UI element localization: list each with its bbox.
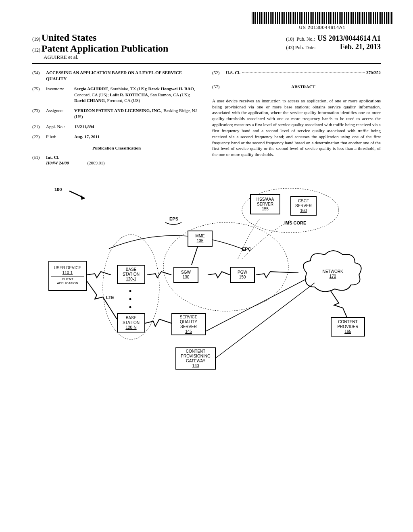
inventor-name-2: Derek Hongwei H. BAO xyxy=(148,86,194,91)
doc-type: Patent Application Publication xyxy=(42,43,169,54)
field-abstract-heading: (57) ABSTRACT xyxy=(212,84,381,94)
pub-no-label: Pub. No.: xyxy=(296,36,315,42)
int-cl-value: Int. Cl. H04W 24/00 (2009.01) xyxy=(46,154,201,166)
code-10: (10) xyxy=(286,36,294,42)
box-hss: HSS/AAA SERVER 155 xyxy=(250,194,280,214)
code-12: (12) xyxy=(32,47,40,53)
header-left: (19) United States (12) Patent Applicati… xyxy=(32,32,168,60)
code-52: (52) xyxy=(212,70,226,76)
code-43: (43) xyxy=(286,45,294,50)
left-column: (54) ACCESSING AN APPLICATION BASED ON A… xyxy=(32,70,201,170)
header-rule xyxy=(32,63,381,64)
box-mme: MME 135 xyxy=(188,231,213,247)
inventors-value: Sergio AGUIRRE, Southlake, TX (US); Dere… xyxy=(74,86,201,104)
svg-point-7 xyxy=(129,290,131,292)
filed-value: Aug. 17, 2011 xyxy=(74,134,201,140)
patent-page: US 20130044614A1 (19) United States (12)… xyxy=(0,0,413,532)
inventor-name-1: Sergio AGUIRRE xyxy=(74,86,108,91)
box-content-provider: CONTENT PROVIDER 165 xyxy=(331,317,365,337)
pub-no-value: US 2013/0044614 A1 xyxy=(317,34,381,43)
box-sgw: SGW 130 xyxy=(173,267,198,283)
country: United States xyxy=(42,32,97,43)
barcode-text: US 20130044614A1 xyxy=(252,25,393,30)
label-lte: LTE xyxy=(106,295,114,300)
header-block: (19) United States (12) Patent Applicati… xyxy=(32,32,381,60)
dotted-leader xyxy=(242,73,365,73)
appl-no-value: 13/211,894 xyxy=(74,124,201,130)
assignee-name: VERIZON PATENT AND LICENSING, INC. xyxy=(74,108,161,113)
barcode-block: US 20130044614A1 xyxy=(32,12,393,30)
figure-ref-100: 100 xyxy=(54,187,62,192)
assignee-label: Assignee: xyxy=(46,108,74,120)
figure-1: 100 EPS LTE EPC IMS CORE USER DEVICE 110… xyxy=(32,182,381,396)
field-assignee: (73) Assignee: VERIZON PATENT AND LICENS… xyxy=(32,108,201,120)
box-network: NETWORK 170 xyxy=(317,266,349,282)
svg-point-9 xyxy=(129,306,131,308)
box-cpg: CONTENT PROVISIONING GATEWAY 140 xyxy=(175,347,216,370)
code-21: (21) xyxy=(32,124,46,130)
pub-class-heading: Publication Classification xyxy=(32,145,201,150)
field-appl-no: (21) Appl. No.: 13/211,894 xyxy=(32,124,201,130)
box-sqs: SERVICE QUALITY SERVER 145 xyxy=(171,313,206,335)
code-19: (19) xyxy=(32,36,40,42)
int-cl-label: Int. Cl. xyxy=(46,155,59,160)
field-inventors: (75) Inventors: Sergio AGUIRRE, Southlak… xyxy=(32,86,201,104)
field-int-cl: (51) Int. Cl. H04W 24/00 (2009.01) xyxy=(32,154,201,166)
field-filed: (22) Filed: Aug. 17, 2011 xyxy=(32,134,201,140)
label-epc: EPC xyxy=(242,247,251,251)
inventor-name-4: David CHIANG xyxy=(74,98,105,103)
header-right: (10) Pub. No.: US 2013/0044614 A1 (43) P… xyxy=(286,34,381,51)
assignee-value: VERIZON PATENT AND LICENSING, INC., Bask… xyxy=(74,108,201,120)
us-cl-label: U.S. Cl. xyxy=(226,70,240,76)
box-client-app: CLIENT APPLICATION xyxy=(51,276,84,286)
field-us-cl: (52) U.S. Cl. 370/252 xyxy=(212,70,381,76)
int-cl-class: H04W 24/00 xyxy=(46,160,69,165)
svg-line-6 xyxy=(214,283,315,360)
label-eps: EPS xyxy=(169,216,178,221)
box-user-device: USER DEVICE 110-1 CLIENT APPLICATION xyxy=(48,261,87,291)
code-54: (54) xyxy=(32,70,46,82)
biblio-columns: (54) ACCESSING AN APPLICATION BASED ON A… xyxy=(32,70,381,170)
authors-line: AGUIRRE et al. xyxy=(32,54,168,60)
code-22: (22) xyxy=(32,134,46,140)
code-75: (75) xyxy=(32,86,46,104)
pub-date-label: Pub. Date: xyxy=(295,45,316,50)
inventor-name-3: Lalit R. KOTECHA xyxy=(110,92,148,97)
label-ims: IMS CORE xyxy=(284,220,306,225)
svg-line-4 xyxy=(192,247,198,265)
field-title: (54) ACCESSING AN APPLICATION BASED ON A… xyxy=(32,70,201,82)
abstract-label: ABSTRACT xyxy=(226,84,381,90)
filed-label: Filed: xyxy=(46,134,74,140)
box-base-station-1: BASE STATION 120-1 xyxy=(117,265,145,284)
box-pgw: PGW 150 xyxy=(230,267,255,283)
appl-no-label: Appl. No.: xyxy=(46,124,74,130)
code-51: (51) xyxy=(32,154,46,166)
box-base-station-n: BASE STATION 120-N xyxy=(117,313,145,332)
code-73: (73) xyxy=(32,108,46,120)
pub-date-value: Feb. 21, 2013 xyxy=(340,43,381,51)
barcode-graphic xyxy=(252,12,393,24)
inventors-label: Inventors: xyxy=(46,86,74,104)
svg-line-5 xyxy=(206,279,307,331)
svg-point-8 xyxy=(129,298,131,300)
int-cl-edition: (2009.01) xyxy=(87,160,104,165)
abstract-text: A user device receives an instruction to… xyxy=(212,98,381,158)
box-cscf: CSCF SERVER 160 xyxy=(290,196,317,216)
us-cl-value: 370/252 xyxy=(366,70,381,76)
title-value: ACCESSING AN APPLICATION BASED ON A LEVE… xyxy=(46,70,201,82)
right-column: (52) U.S. Cl. 370/252 (57) ABSTRACT A us… xyxy=(212,70,381,170)
code-57: (57) xyxy=(212,84,226,90)
